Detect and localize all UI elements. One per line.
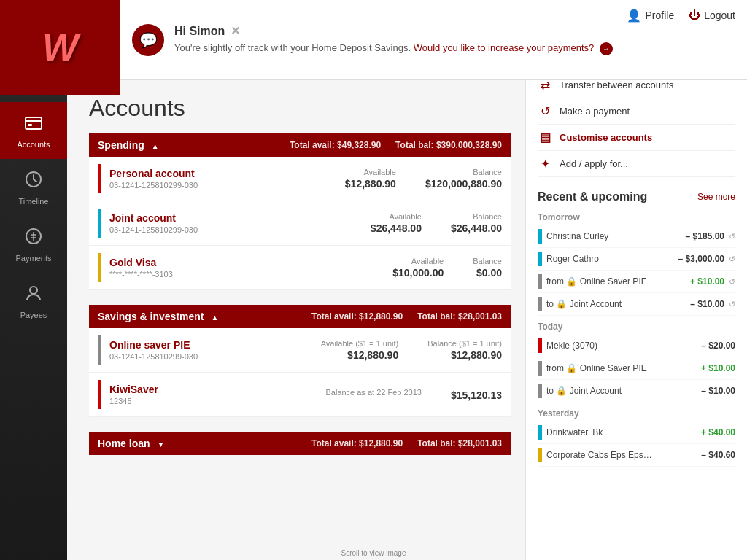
homeloan-arrow: ▼ bbox=[157, 440, 164, 448]
homeloan-avail: Total avail: $12,880.90 bbox=[311, 438, 403, 448]
sidebar-item-timeline[interactable]: Timeline bbox=[0, 159, 67, 216]
trans-color-drinkwater bbox=[538, 425, 542, 440]
action-add[interactable]: ✦ Add / apply for... bbox=[538, 151, 735, 177]
account-info-visa: Gold Visa ****-****-****-3103 bbox=[109, 257, 392, 279]
account-number-pie: 03-1241-125810299-030 bbox=[109, 352, 321, 361]
account-row-kiwi[interactable]: KiwiSaver 12345 Balance as at 22 Feb 201… bbox=[89, 373, 511, 417]
account-amounts-kiwi: Balance as at 22 Feb 2013 $15,120.13 bbox=[325, 388, 502, 401]
date-tomorrow: Tomorrow bbox=[538, 212, 735, 222]
trans-color-mekie bbox=[538, 338, 542, 353]
avail-col-visa: Available $10,000.00 bbox=[392, 257, 444, 279]
notification-close[interactable]: ✕ bbox=[231, 24, 240, 38]
savings-bal: Total bal: $28,001.03 bbox=[417, 311, 502, 322]
action-payment-label: Make a payment bbox=[560, 106, 630, 117]
trans-color-joint-to bbox=[538, 297, 542, 311]
trans-color-pie-from2 bbox=[538, 361, 542, 376]
recent-header: Recent & upcoming See more bbox=[538, 190, 735, 203]
account-row-joint[interactable]: Joint account 03-1241-125810299-030 Avai… bbox=[89, 201, 511, 246]
trans-name-christina: Christina Curley bbox=[546, 231, 681, 241]
notification-link[interactable]: Would you like to increase your payments… bbox=[414, 42, 595, 53]
trans-row-pie-from[interactable]: from 🔒 Online Saver PIE + $10.00 ↺ bbox=[538, 271, 735, 293]
avail-col-pie: Available ($1 = 1 unit) $12,880.90 bbox=[321, 339, 399, 361]
sidebar-label-timeline: Timeline bbox=[18, 197, 48, 206]
account-number-personal: 03-1241-125810299-030 bbox=[109, 181, 345, 190]
action-customise[interactable]: ▤ Customise accounts bbox=[538, 125, 735, 151]
account-row-personal[interactable]: Personal account 03-1241-125810299-030 A… bbox=[89, 157, 511, 201]
svg-rect-1 bbox=[28, 124, 32, 126]
date-today: Today bbox=[538, 322, 735, 332]
trans-row-pie-from2[interactable]: from 🔒 Online Saver PIE + $10.00 bbox=[538, 357, 735, 380]
trans-name-joint-to: to 🔒 Joint Account bbox=[546, 299, 686, 309]
trans-row-roger[interactable]: Roger Cathro – $3,000.00 ↺ bbox=[538, 248, 735, 271]
account-row-pie[interactable]: Online saver PIE 03-1241-125810299-030 A… bbox=[89, 328, 511, 373]
spending-arrow: ▲ bbox=[152, 142, 159, 150]
account-info-personal: Personal account 03-1241-125810299-030 bbox=[109, 168, 345, 190]
account-color-joint bbox=[98, 209, 101, 238]
account-name-joint: Joint account bbox=[109, 212, 371, 224]
trans-icon-roger: ↺ bbox=[729, 254, 735, 264]
trans-name-pie-from: from 🔒 Online Saver PIE bbox=[546, 276, 686, 287]
homeloan-header[interactable]: Home loan ▼ Total avail: $12,880.90 Tota… bbox=[89, 432, 511, 455]
trans-amount-joint-to: – $10.00 bbox=[690, 299, 724, 309]
account-number-joint: 03-1241-125810299-030 bbox=[109, 225, 371, 234]
trans-icon-christina: ↺ bbox=[729, 232, 735, 241]
bal-col-visa: Balance $0.00 bbox=[473, 257, 502, 279]
account-row-visa[interactable]: Gold Visa ****-****-****-3103 Available … bbox=[89, 246, 511, 290]
account-amounts-visa: Available $10,000.00 Balance $0.00 bbox=[392, 257, 502, 279]
action-customise-label: Customise accounts bbox=[560, 132, 652, 143]
see-more-link[interactable]: See more bbox=[697, 192, 735, 202]
account-number-kiwi: 12345 bbox=[109, 397, 325, 405]
action-payment[interactable]: ↺ Make a payment bbox=[538, 98, 735, 125]
profile-link[interactable]: 👤 Profile bbox=[627, 9, 674, 23]
trans-amount-mekie: – $20.00 bbox=[701, 341, 735, 351]
accounts-icon bbox=[23, 112, 44, 137]
sidebar-item-accounts[interactable]: Accounts bbox=[0, 102, 67, 159]
trans-row-christina[interactable]: Christina Curley – $185.00 ↺ bbox=[538, 225, 735, 248]
trans-name-drinkwater: Drinkwater, Bk bbox=[546, 427, 697, 438]
trans-amount-drinkwater: + $40.00 bbox=[701, 427, 735, 438]
savings-title: Savings & investment ▲ bbox=[98, 311, 218, 322]
trans-icon-joint-to: ↺ bbox=[729, 300, 735, 309]
recent-title: Recent & upcoming bbox=[538, 190, 647, 203]
spending-totals: Total avail: $49,328.90 Total bal: $390,… bbox=[290, 140, 502, 150]
action-transfer-label: Transfer between accounts bbox=[560, 79, 673, 90]
trans-row-mekie[interactable]: Mekie (3070) – $20.00 bbox=[538, 335, 735, 357]
bal-col-joint: Balance $26,448.00 bbox=[451, 212, 502, 234]
homeloan-section: Home loan ▼ Total avail: $12,880.90 Tota… bbox=[89, 432, 511, 455]
trans-row-drinkwater[interactable]: Drinkwater, Bk + $40.00 bbox=[538, 421, 735, 444]
sidebar-label-accounts: Accounts bbox=[17, 140, 50, 149]
account-color-kiwi bbox=[98, 380, 101, 409]
homeloan-bal: Total bal: $28,001.03 bbox=[417, 438, 502, 448]
payment-icon: ↺ bbox=[538, 104, 552, 118]
spending-header[interactable]: Spending ▲ Total avail: $49,328.90 Total… bbox=[89, 133, 511, 157]
trans-row-corporate[interactable]: Corporate Cabs Eps Eps… – $40.60 bbox=[538, 444, 735, 467]
trans-row-joint-to[interactable]: to 🔒 Joint Account – $10.00 ↺ bbox=[538, 293, 735, 316]
trans-name-roger: Roger Cathro bbox=[546, 254, 674, 264]
bal-col-personal: Balance $120,000,880.90 bbox=[425, 168, 502, 190]
savings-header[interactable]: Savings & investment ▲ Total avail: $12,… bbox=[89, 305, 511, 328]
trans-color-christina bbox=[538, 229, 542, 244]
spending-section: Spending ▲ Total avail: $49,328.90 Total… bbox=[89, 133, 511, 290]
spending-bal: Total bal: $390,000,328.90 bbox=[395, 140, 502, 150]
date-yesterday: Yesterday bbox=[538, 408, 735, 419]
bal-col-kiwi: $15,120.13 bbox=[451, 388, 502, 401]
trans-amount-pie-from: + $10.00 bbox=[690, 276, 724, 287]
trans-row-joint-to2[interactable]: to 🔒 Joint Account – $10.00 bbox=[538, 380, 735, 402]
avail-col-joint: Available $26,448.00 bbox=[371, 212, 422, 234]
account-number-visa: ****-****-****-3103 bbox=[109, 270, 392, 279]
sidebar-item-payees[interactable]: Payees bbox=[0, 273, 67, 330]
homeloan-totals: Total avail: $12,880.90 Total bal: $28,0… bbox=[311, 438, 502, 448]
account-name-kiwi: KiwiSaver bbox=[109, 384, 325, 395]
sidebar-item-payments[interactable]: Payments bbox=[0, 216, 67, 273]
account-info-joint: Joint account 03-1241-125810299-030 bbox=[109, 212, 371, 234]
trans-color-pie-from bbox=[538, 274, 542, 289]
homeloan-title: Home loan ▼ bbox=[98, 438, 164, 449]
payees-icon bbox=[23, 283, 44, 308]
trans-name-joint-to2: to 🔒 Joint Account bbox=[546, 386, 697, 396]
account-amounts-pie: Available ($1 = 1 unit) $12,880.90 Balan… bbox=[321, 339, 502, 361]
logout-label: Logout bbox=[704, 9, 735, 21]
sidebar-label-payments: Payments bbox=[16, 254, 52, 262]
logout-link[interactable]: ⏻ Logout bbox=[689, 9, 735, 22]
trans-color-roger bbox=[538, 252, 542, 266]
timeline-icon bbox=[23, 169, 44, 194]
